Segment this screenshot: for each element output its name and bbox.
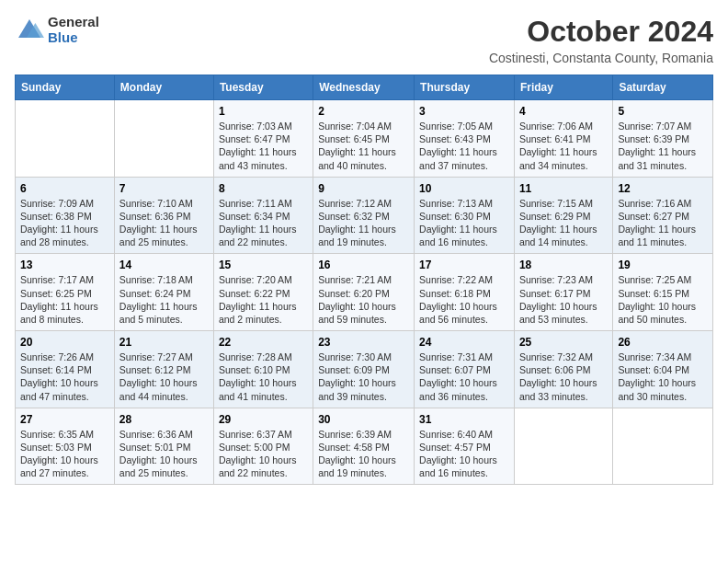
logo-icon — [15, 16, 44, 45]
day-info: Sunrise: 7:30 AM Sunset: 6:09 PM Dayligh… — [318, 350, 409, 403]
day-info: Sunrise: 7:20 AM Sunset: 6:22 PM Dayligh… — [219, 273, 308, 326]
calendar-cell: 6Sunrise: 7:09 AM Sunset: 6:38 PM Daylig… — [16, 177, 115, 254]
day-info: Sunrise: 7:21 AM Sunset: 6:20 PM Dayligh… — [318, 273, 409, 326]
calendar-cell: 1Sunrise: 7:03 AM Sunset: 6:47 PM Daylig… — [213, 100, 313, 178]
title-block: October 2024 Costinesti, Constanta Count… — [489, 15, 713, 65]
calendar-cell: 27Sunrise: 6:35 AM Sunset: 5:03 PM Dayli… — [16, 408, 115, 485]
calendar-week-row: 27Sunrise: 6:35 AM Sunset: 5:03 PM Dayli… — [16, 408, 713, 485]
calendar-cell: 26Sunrise: 7:34 AM Sunset: 6:04 PM Dayli… — [613, 331, 713, 408]
day-info: Sunrise: 7:28 AM Sunset: 6:10 PM Dayligh… — [219, 350, 308, 403]
calendar-cell: 5Sunrise: 7:07 AM Sunset: 6:39 PM Daylig… — [613, 100, 713, 178]
day-info: Sunrise: 7:26 AM Sunset: 6:14 PM Dayligh… — [20, 350, 109, 403]
weekday-header-friday: Friday — [514, 75, 612, 100]
calendar-cell: 2Sunrise: 7:04 AM Sunset: 6:45 PM Daylig… — [313, 100, 415, 178]
calendar-cell: 16Sunrise: 7:21 AM Sunset: 6:20 PM Dayli… — [313, 254, 415, 331]
calendar-cell: 4Sunrise: 7:06 AM Sunset: 6:41 PM Daylig… — [514, 100, 612, 178]
calendar-cell: 12Sunrise: 7:16 AM Sunset: 6:27 PM Dayli… — [613, 177, 713, 254]
calendar-cell: 13Sunrise: 7:17 AM Sunset: 6:25 PM Dayli… — [16, 254, 115, 331]
day-number: 8 — [219, 182, 308, 195]
day-number: 13 — [20, 259, 109, 271]
day-info: Sunrise: 7:17 AM Sunset: 6:25 PM Dayligh… — [20, 273, 109, 326]
day-info: Sunrise: 7:22 AM Sunset: 6:18 PM Dayligh… — [419, 273, 509, 326]
logo: General Blue — [15, 15, 99, 45]
weekday-header-monday: Monday — [114, 75, 213, 100]
weekday-header-wednesday: Wednesday — [313, 75, 415, 100]
day-number: 21 — [119, 336, 209, 349]
day-number: 7 — [119, 182, 209, 195]
day-info: Sunrise: 7:07 AM Sunset: 6:39 PM Dayligh… — [618, 120, 708, 172]
day-number: 28 — [119, 413, 209, 426]
day-number: 10 — [419, 182, 509, 195]
day-info: Sunrise: 6:37 AM Sunset: 5:00 PM Dayligh… — [219, 428, 308, 480]
calendar-table: SundayMondayTuesdayWednesdayThursdayFrid… — [15, 75, 713, 485]
day-info: Sunrise: 6:40 AM Sunset: 4:57 PM Dayligh… — [419, 428, 509, 480]
day-info: Sunrise: 7:32 AM Sunset: 6:06 PM Dayligh… — [519, 350, 608, 403]
calendar-cell: 23Sunrise: 7:30 AM Sunset: 6:09 PM Dayli… — [313, 331, 415, 408]
calendar-cell: 17Sunrise: 7:22 AM Sunset: 6:18 PM Dayli… — [415, 254, 515, 331]
calendar-body: 1Sunrise: 7:03 AM Sunset: 6:47 PM Daylig… — [16, 100, 713, 485]
day-info: Sunrise: 6:36 AM Sunset: 5:01 PM Dayligh… — [119, 428, 209, 480]
calendar-cell: 30Sunrise: 6:39 AM Sunset: 4:58 PM Dayli… — [313, 408, 415, 485]
calendar-cell: 29Sunrise: 6:37 AM Sunset: 5:00 PM Dayli… — [213, 408, 313, 485]
day-number: 3 — [419, 105, 509, 118]
day-number: 11 — [519, 182, 608, 195]
day-number: 31 — [419, 413, 509, 426]
day-number: 22 — [219, 336, 308, 349]
day-number: 24 — [419, 336, 509, 349]
day-info: Sunrise: 7:06 AM Sunset: 6:41 PM Dayligh… — [519, 120, 608, 172]
day-info: Sunrise: 7:13 AM Sunset: 6:30 PM Dayligh… — [419, 197, 509, 249]
day-number: 18 — [519, 259, 608, 271]
day-number: 16 — [318, 259, 409, 271]
day-info: Sunrise: 7:12 AM Sunset: 6:32 PM Dayligh… — [318, 197, 409, 249]
day-number: 1 — [219, 105, 308, 118]
day-number: 20 — [20, 336, 109, 349]
day-number: 5 — [618, 105, 708, 118]
calendar-week-row: 20Sunrise: 7:26 AM Sunset: 6:14 PM Dayli… — [16, 331, 713, 408]
day-number: 27 — [20, 413, 109, 426]
calendar-cell: 24Sunrise: 7:31 AM Sunset: 6:07 PM Dayli… — [415, 331, 515, 408]
day-number: 15 — [219, 259, 308, 271]
month-title: October 2024 — [489, 15, 713, 49]
calendar-cell: 10Sunrise: 7:13 AM Sunset: 6:30 PM Dayli… — [415, 177, 515, 254]
day-number: 26 — [618, 336, 708, 349]
calendar-cell: 8Sunrise: 7:11 AM Sunset: 6:34 PM Daylig… — [213, 177, 313, 254]
calendar-week-row: 1Sunrise: 7:03 AM Sunset: 6:47 PM Daylig… — [16, 100, 713, 178]
calendar-cell: 21Sunrise: 7:27 AM Sunset: 6:12 PM Dayli… — [114, 331, 213, 408]
day-info: Sunrise: 7:23 AM Sunset: 6:17 PM Dayligh… — [519, 273, 608, 326]
day-info: Sunrise: 7:11 AM Sunset: 6:34 PM Dayligh… — [219, 197, 308, 249]
day-number: 9 — [318, 182, 409, 195]
calendar-cell: 18Sunrise: 7:23 AM Sunset: 6:17 PM Dayli… — [514, 254, 612, 331]
calendar-week-row: 6Sunrise: 7:09 AM Sunset: 6:38 PM Daylig… — [16, 177, 713, 254]
calendar-cell: 9Sunrise: 7:12 AM Sunset: 6:32 PM Daylig… — [313, 177, 415, 254]
weekday-header-tuesday: Tuesday — [213, 75, 313, 100]
calendar-cell: 7Sunrise: 7:10 AM Sunset: 6:36 PM Daylig… — [114, 177, 213, 254]
logo-text: General Blue — [48, 15, 99, 45]
calendar-cell: 20Sunrise: 7:26 AM Sunset: 6:14 PM Dayli… — [16, 331, 115, 408]
day-info: Sunrise: 7:27 AM Sunset: 6:12 PM Dayligh… — [119, 350, 209, 403]
calendar-cell: 25Sunrise: 7:32 AM Sunset: 6:06 PM Dayli… — [514, 331, 612, 408]
calendar-cell: 31Sunrise: 6:40 AM Sunset: 4:57 PM Dayli… — [415, 408, 515, 485]
logo-general: General — [48, 15, 99, 30]
day-number: 30 — [318, 413, 409, 426]
day-info: Sunrise: 7:10 AM Sunset: 6:36 PM Dayligh… — [119, 197, 209, 249]
day-number: 14 — [119, 259, 209, 271]
calendar-cell: 14Sunrise: 7:18 AM Sunset: 6:24 PM Dayli… — [114, 254, 213, 331]
day-number: 19 — [618, 259, 708, 271]
calendar-cell — [114, 100, 213, 178]
weekday-header-sunday: Sunday — [16, 75, 115, 100]
page-header: General Blue October 2024 Costinesti, Co… — [15, 15, 713, 65]
day-number: 23 — [318, 336, 409, 349]
calendar-cell: 19Sunrise: 7:25 AM Sunset: 6:15 PM Dayli… — [613, 254, 713, 331]
weekday-header-row: SundayMondayTuesdayWednesdayThursdayFrid… — [16, 75, 713, 100]
day-info: Sunrise: 7:04 AM Sunset: 6:45 PM Dayligh… — [318, 120, 409, 172]
day-info: Sunrise: 7:31 AM Sunset: 6:07 PM Dayligh… — [419, 350, 509, 403]
calendar-cell — [16, 100, 115, 178]
day-number: 25 — [519, 336, 608, 349]
day-number: 29 — [219, 413, 308, 426]
calendar-cell — [514, 408, 612, 485]
calendar-cell: 28Sunrise: 6:36 AM Sunset: 5:01 PM Dayli… — [114, 408, 213, 485]
day-info: Sunrise: 7:25 AM Sunset: 6:15 PM Dayligh… — [618, 273, 708, 326]
day-number: 6 — [20, 182, 109, 195]
calendar-cell: 15Sunrise: 7:20 AM Sunset: 6:22 PM Dayli… — [213, 254, 313, 331]
day-info: Sunrise: 7:09 AM Sunset: 6:38 PM Dayligh… — [20, 197, 109, 249]
